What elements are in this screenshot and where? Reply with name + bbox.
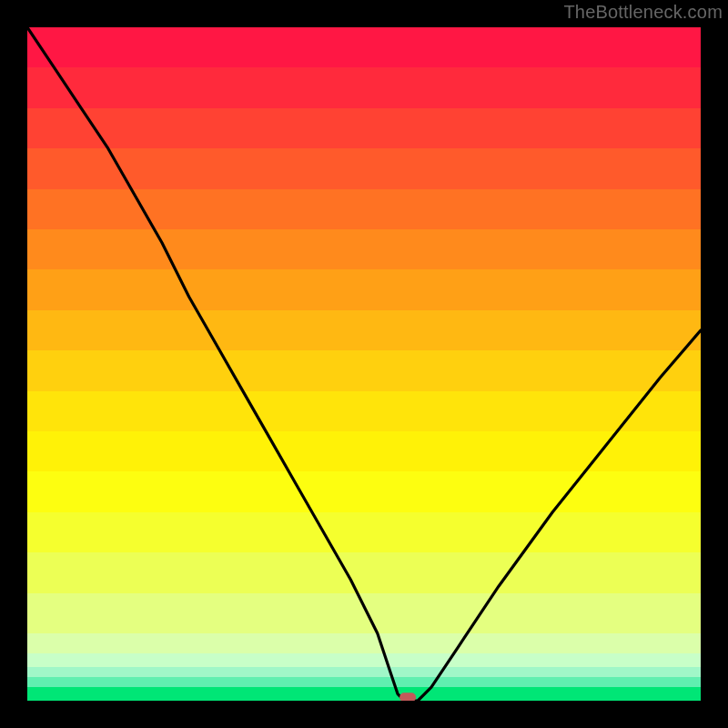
optimal-marker: [399, 693, 416, 701]
plot-area: [27, 27, 701, 701]
watermark-label: TheBottleneck.com: [563, 2, 723, 23]
gradient-background: [27, 27, 701, 701]
chart-frame: TheBottleneck.com: [0, 0, 728, 728]
chart-svg: [27, 27, 701, 701]
